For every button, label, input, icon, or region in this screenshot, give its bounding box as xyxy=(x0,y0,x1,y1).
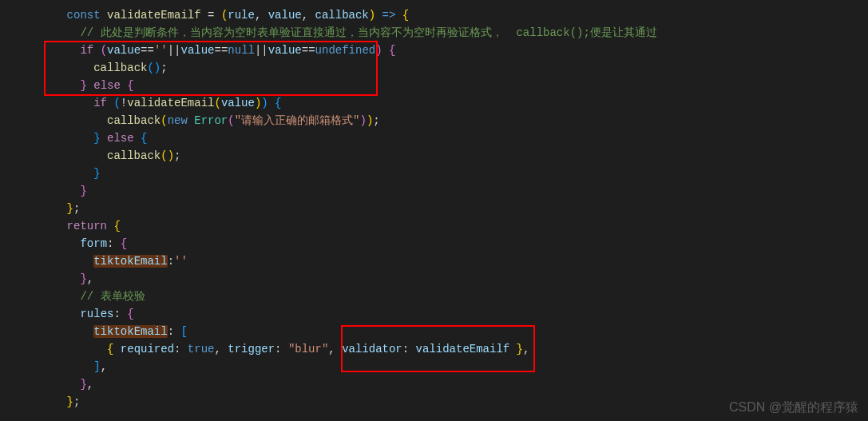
code-line: } else { xyxy=(0,129,868,147)
code-line: } else { xyxy=(0,77,868,94)
code-line: callback(new Error("请输入正确的邮箱格式")); xyxy=(0,112,868,129)
code-editor[interactable]: const validateEmailf = (rule, value, cal… xyxy=(0,0,868,411)
code-line: if (value==''||value==null||value==undef… xyxy=(0,42,868,59)
code-line: } xyxy=(0,165,868,182)
code-line: } xyxy=(0,182,868,200)
watermark: CSDN @觉醒的程序猿 xyxy=(729,399,858,416)
code-line: const validateEmailf = (rule, value, cal… xyxy=(0,6,868,24)
code-line: // 此处是判断条件，当内容为空时表单验证直接通过，当内容不为空时再验证格式， … xyxy=(0,24,868,42)
code-line: }, xyxy=(0,270,868,288)
code-line: callback(); xyxy=(0,59,868,77)
code-line: if (!validateEmail(value)) { xyxy=(0,94,868,112)
code-line: tiktokEmail: [ xyxy=(0,323,868,340)
code-line: ], xyxy=(0,358,868,375)
code-line: rules: { xyxy=(0,305,868,323)
code-line: tiktokEmail:'' xyxy=(0,252,868,270)
code-line: form: { xyxy=(0,235,868,252)
code-line: // 表单校验 xyxy=(0,288,868,305)
code-line: callback(); xyxy=(0,147,868,165)
code-line: }; xyxy=(0,200,868,217)
code-line: }, xyxy=(0,375,868,393)
code-line: return { xyxy=(0,217,868,235)
code-line: { required: true, trigger: "blur", valid… xyxy=(0,340,868,358)
